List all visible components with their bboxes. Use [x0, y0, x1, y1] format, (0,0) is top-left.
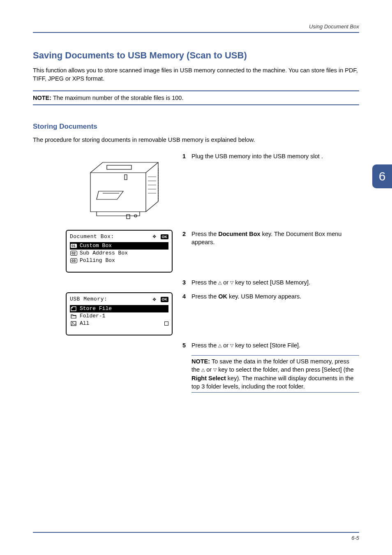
step-number-1: 1 [182, 152, 191, 160]
ok-badge: OK [161, 234, 169, 240]
lcd2-line-3: All [70, 320, 168, 327]
lcd2-title: USB Memory: [70, 296, 107, 303]
note-label: NOTE: [33, 95, 51, 101]
svg-rect-3 [125, 175, 127, 180]
lcd1-line3-text: Polling Box [80, 257, 115, 264]
note-text: The maximum number of the storable files… [53, 95, 184, 101]
lcd1-line1-text: Custom Box [80, 242, 112, 250]
lcd1-line-1: 01 Custom Box [70, 242, 168, 250]
footer: 6-5 [33, 532, 359, 534]
step-text-2: Press the Document Box key. The Document… [191, 230, 359, 247]
step-number-5: 5 [182, 341, 191, 349]
step-text-5: Press the △ or ▽ key to select [Store Fi… [191, 341, 359, 349]
lcd2-line-1: Store File [70, 305, 168, 312]
step-number-2: 2 [182, 230, 191, 247]
lcd-panel-usb-memory: USB Memory: OK Store File F [66, 292, 173, 335]
step-number-4: 4 [182, 292, 191, 301]
sub-title: Storing Documents [33, 122, 359, 132]
num-icon-01: 01 [70, 243, 77, 248]
lcd1-title: Document Box: [70, 233, 114, 240]
note-block: NOTE: The maximum number of the storable… [33, 90, 359, 105]
step-text-1: Plug the USB memory into the USB memory … [191, 152, 359, 160]
inline-note: NOTE: To save the data in the folder of … [191, 355, 359, 393]
header-rule [33, 32, 359, 33]
dpad-icon [154, 297, 159, 303]
lcd2-line3-text: All [80, 320, 89, 327]
chapter-tab: 6 [372, 164, 392, 188]
image-file-icon [70, 321, 77, 326]
lcd1-line-2: 02 Sub Address Box [70, 250, 168, 257]
lcd2-line2-text: Folder-1 [80, 312, 105, 320]
dpad-icon [154, 234, 159, 240]
lcd2-line1-text: Store File [80, 305, 112, 312]
printer-illustration [78, 152, 173, 224]
num-icon-03: 03 [70, 258, 77, 263]
svg-rect-2 [127, 215, 130, 219]
folder-icon [70, 313, 77, 319]
step-text-3: Press the △ or ▽ key to select [USB Memo… [191, 278, 359, 287]
num-icon-02: 02 [70, 251, 77, 256]
ok-badge: OK [161, 297, 169, 302]
page-number: 6-5 [351, 534, 359, 542]
lcd-panel-document-box: Document Box: OK 01 Custom Box 02 Sub Ad… [66, 230, 173, 273]
svg-point-5 [72, 322, 73, 323]
step-number-3: 3 [182, 278, 191, 287]
lcd1-line2-text: Sub Address Box [80, 250, 128, 257]
svg-rect-0 [107, 165, 131, 169]
breadcrumb: Using Document Box [33, 23, 359, 30]
step-text-4: Press the OK key. USB Memory appears. [191, 292, 359, 301]
lcd1-line-3: 03 Polling Box [70, 257, 168, 264]
checkbox-icon [164, 321, 168, 326]
store-file-icon [70, 306, 77, 312]
page-title: Saving Documents to USB Memory (Scan to … [33, 49, 359, 62]
procedure-intro: The procedure for storing documents in r… [33, 136, 359, 144]
lcd2-line-2: Folder-1 [70, 312, 168, 320]
inline-note-label: NOTE: [191, 358, 210, 365]
intro-text: This function allows you to store scanne… [33, 66, 359, 83]
